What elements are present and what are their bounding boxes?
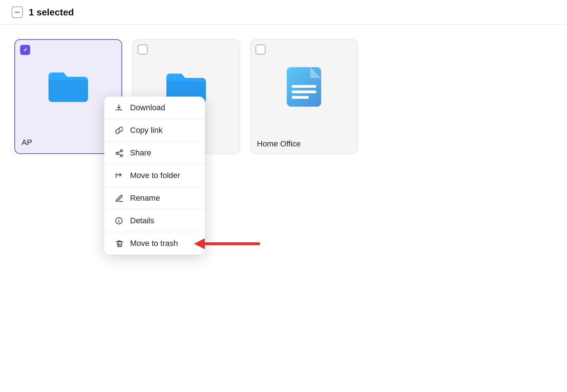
svg-marker-11 <box>194 238 205 249</box>
share-icon <box>114 148 124 158</box>
card-footer-home-office: Home Office <box>250 134 358 154</box>
menu-item-move-to-folder[interactable]: Move to folder <box>104 164 205 187</box>
svg-point-4 <box>120 150 123 152</box>
svg-point-6 <box>120 155 123 157</box>
doc-icon-home-office <box>286 67 322 107</box>
trash-icon <box>114 239 124 248</box>
folder-icon-ap <box>49 70 88 102</box>
red-arrow-indicator <box>187 233 266 256</box>
menu-item-share[interactable]: Share <box>104 142 205 164</box>
card-icon-area-home-office <box>286 39 322 134</box>
link-icon <box>114 126 124 135</box>
selected-count-label: 1 selected <box>29 7 74 18</box>
menu-item-move-to-folder-label: Move to folder <box>130 171 180 180</box>
card-icon-area-ap <box>49 40 88 132</box>
file-card-home-office[interactable]: Home Office <box>250 39 358 154</box>
menu-item-download-label: Download <box>130 103 165 112</box>
menu-item-copy-link-label: Copy link <box>130 126 162 135</box>
context-menu: Download Copy link Share Move to folder <box>104 97 205 255</box>
file-grid: ✓ AP Home Lab <box>0 25 567 168</box>
menu-item-details-label: Details <box>130 216 154 225</box>
menu-item-rename[interactable]: Rename <box>104 187 205 209</box>
select-all-checkbox[interactable] <box>11 6 23 18</box>
menu-item-rename-label: Rename <box>130 193 160 203</box>
svg-rect-1 <box>292 85 317 88</box>
card-checkbox-home-lab[interactable] <box>138 45 148 55</box>
card-checkbox-ap[interactable]: ✓ <box>20 45 30 55</box>
move-icon <box>114 171 124 180</box>
card-name-home-office: Home Office <box>257 139 301 149</box>
svg-rect-2 <box>292 90 317 93</box>
menu-item-details[interactable]: Details <box>104 210 205 232</box>
header-bar: 1 selected <box>0 0 567 25</box>
svg-point-8 <box>119 219 119 220</box>
card-name-ap: AP <box>22 138 32 147</box>
card-checkbox-home-office[interactable] <box>255 45 266 55</box>
menu-item-share-label: Share <box>130 148 151 158</box>
edit-icon <box>114 193 124 203</box>
info-icon <box>114 216 124 225</box>
menu-item-copy-link[interactable]: Copy link <box>104 119 205 141</box>
svg-rect-3 <box>292 96 309 99</box>
menu-item-move-to-trash-label: Move to trash <box>130 239 178 248</box>
download-icon <box>114 103 124 112</box>
menu-item-download[interactable]: Download <box>104 97 205 119</box>
